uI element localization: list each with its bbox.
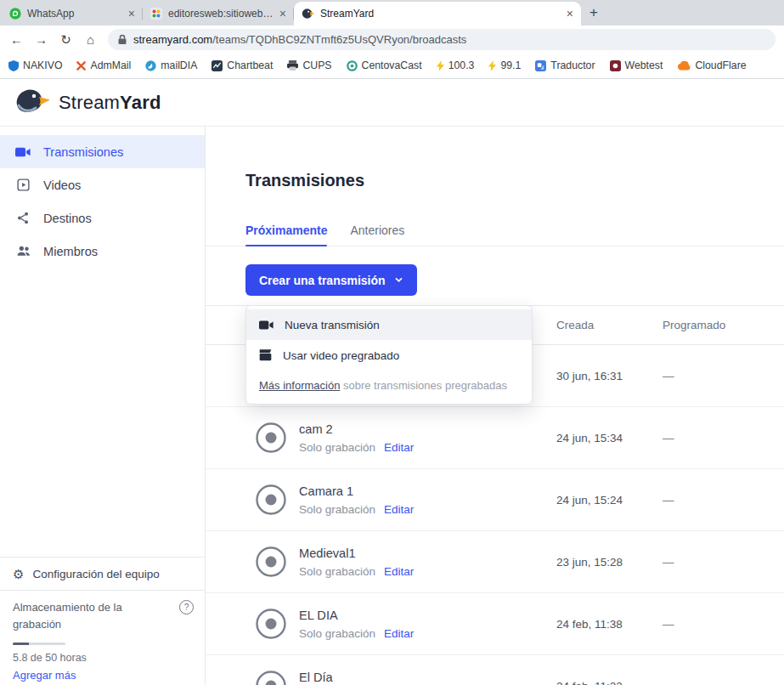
edit-link[interactable]: Editar (384, 441, 414, 454)
back-icon[interactable]: ← (5, 33, 28, 46)
scheduled-date: — (663, 556, 784, 569)
menu-item-video-pregrabado[interactable]: Usar video pregrabado (246, 340, 532, 371)
scheduled-date: — (663, 618, 784, 631)
bookmark-100-3[interactable]: 100.3 (437, 59, 475, 71)
bookmarks-bar: NAKIVO AdmMail mailDIA Chartbeat CUPS Ce… (0, 53, 784, 79)
tab-proximamente[interactable]: Próximamente (245, 215, 327, 246)
url-path: /teams/TQDhBC9ZNTmft6z5UsQVRyon/broadcas… (212, 33, 466, 46)
table-row[interactable]: EL DIA Solo grabaciónEditar 24 feb, 11:3… (206, 593, 784, 655)
close-icon[interactable]: × (567, 8, 573, 20)
new-tab-button[interactable]: + (581, 2, 606, 24)
bookmark-cups[interactable]: CUPS (287, 59, 331, 71)
close-icon[interactable]: × (128, 8, 135, 20)
chartbeat-icon (212, 60, 223, 71)
brand-word-bold: Yard (120, 92, 161, 113)
table-row[interactable]: cam 2 Solo grabaciónEditar 24 jun, 15:34… (206, 407, 784, 469)
url-domain: streamyard.com (133, 33, 212, 46)
app-header: StreamYard (0, 79, 784, 127)
bookmark-maildia[interactable]: mailDIA (145, 59, 197, 71)
broadcast-type: Solo grabación (299, 441, 375, 454)
table-row[interactable]: Medieval1 Solo grabaciónEditar 23 jun, 1… (206, 531, 784, 593)
sidebar-item-miembros[interactable]: Miembros (0, 235, 205, 268)
gear-icon: ⚙ (13, 568, 24, 580)
bookmark-label: CloudFlare (695, 59, 746, 71)
more-info-link[interactable]: Más información (259, 379, 340, 392)
broadcast-type: Solo grabación (299, 503, 375, 516)
sidebar-item-label: Videos (43, 178, 81, 192)
sidebar-item-destinos[interactable]: Destinos (0, 201, 205, 235)
screen: WhatsApp × editoresweb:sitioweb:eldia.co… (0, 0, 784, 685)
sidebar-item-transmisiones[interactable]: Transmisiones (0, 135, 205, 168)
create-broadcast-dropdown: Nueva transmisión Usar video pregrabado … (245, 305, 533, 405)
tab-anteriores[interactable]: Anteriores (350, 215, 404, 246)
broadcast-name: Medieval1 (299, 546, 356, 560)
created-date: 24 feb, 11:22 (556, 680, 663, 685)
bookmark-centovacast[interactable]: CentovaCast (347, 59, 422, 71)
whatsapp-icon (9, 8, 21, 20)
broadcast-info: cam 2 Solo grabaciónEditar (299, 422, 556, 454)
sidebar-item-videos[interactable]: Videos (0, 168, 205, 201)
bookmark-webtest[interactable]: Webtest (610, 59, 663, 71)
reload-icon[interactable]: ↻ (54, 33, 77, 46)
forward-icon[interactable]: → (30, 33, 53, 46)
bookmark-label: NAKIVO (23, 59, 62, 71)
sidebar: Transmisiones Videos Destinos (0, 127, 206, 685)
created-date: 24 feb, 11:38 (556, 618, 663, 631)
sidebar-bottom: ⚙ Configuración del equipo Almacenamient… (0, 557, 205, 685)
bookmark-label: Traductor (550, 59, 595, 71)
close-icon[interactable]: × (279, 8, 286, 20)
team-settings-button[interactable]: ⚙ Configuración del equipo (0, 557, 205, 590)
broadcast-info: El Día Solo grabaciónEditar (299, 670, 556, 685)
brand-wordmark[interactable]: StreamYard (59, 92, 161, 114)
sidebar-item-label: Miembros (43, 245, 98, 258)
bookmark-traductor[interactable]: Traductor (535, 59, 595, 71)
edit-link[interactable]: Editar (384, 503, 414, 516)
browser-tab-streamyard[interactable]: StreamYard × (294, 2, 581, 25)
bookmark-nakivo[interactable]: NAKIVO (8, 59, 62, 71)
broadcast-name: El Día (299, 671, 333, 684)
address-bar[interactable]: streamyard.com/teams/TQDhBC9ZNTmft6z5UsQ… (108, 29, 776, 50)
table-row[interactable]: El Día Solo grabaciónEditar 24 feb, 11:2… (206, 655, 784, 685)
help-icon[interactable]: ? (179, 600, 194, 614)
edit-link[interactable]: Editar (384, 565, 414, 578)
table-row[interactable]: Camara 1 Solo grabaciónEditar 24 jun, 15… (206, 469, 784, 531)
broadcast-type: Solo grabación (299, 627, 375, 640)
streamyard-logo[interactable] (14, 88, 51, 118)
team-settings-label: Configuración del equipo (32, 568, 159, 580)
create-broadcast-button[interactable]: Crear una transmisión (245, 264, 417, 296)
bolt-icon (488, 60, 496, 71)
page-title: Transmisiones (245, 171, 784, 190)
sidebar-item-label: Transmisiones (43, 145, 123, 159)
add-more-link[interactable]: Agregar más (13, 669, 193, 682)
admmail-icon (76, 61, 86, 71)
bookmark-label: Chartbeat (227, 59, 273, 71)
scheduled-date: — (663, 494, 784, 507)
storage-usage-text: 5.8 de 50 horas (13, 652, 193, 664)
bookmark-chartbeat[interactable]: Chartbeat (212, 59, 273, 71)
people-icon (14, 245, 31, 258)
storage-progress-bar (13, 643, 65, 645)
clapperboard-icon (259, 349, 272, 361)
home-icon[interactable]: ⌂ (79, 33, 102, 46)
bookmark-cloudflare[interactable]: CloudFlare (677, 59, 746, 71)
created-date: 24 jun, 15:34 (556, 432, 663, 444)
browser-tab-editoresweb[interactable]: editoresweb:sitioweb:eldia.co × (143, 2, 294, 25)
edit-link[interactable]: Editar (384, 627, 414, 640)
menu-item-label: Nueva transmisión (285, 319, 380, 331)
browser-tab-whatsapp[interactable]: WhatsApp × (2, 2, 143, 25)
tab-label: Próximamente (245, 224, 327, 237)
cloudflare-icon (677, 61, 691, 71)
scheduled-date: — (663, 370, 784, 382)
created-date: 24 jun, 15:24 (556, 494, 663, 507)
bookmark-admmail[interactable]: AdmMail (76, 59, 131, 71)
menu-item-nueva-transmision[interactable]: Nueva transmisión (246, 309, 532, 340)
broadcast-info: Camara 1 Solo grabaciónEditar (299, 484, 556, 516)
record-icon (255, 608, 287, 640)
bookmark-99-1[interactable]: 99.1 (488, 59, 521, 71)
bookmark-label: 99.1 (500, 59, 521, 71)
video-camera-icon (259, 320, 274, 331)
created-date: 30 jun, 16:31 (556, 370, 663, 382)
broadcast-info: EL DIA Solo grabaciónEditar (299, 608, 556, 640)
nakivo-icon (8, 60, 19, 71)
record-icon (255, 484, 287, 516)
